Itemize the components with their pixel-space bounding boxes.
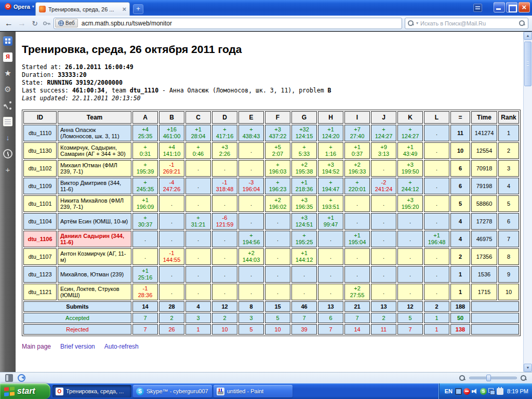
standings-body: dtu_1110Анна Оласюк (Ломоносов, шк. 3, 1… bbox=[23, 125, 519, 335]
address-bar[interactable]: Веб acm.math.spbu.ru/tsweb/monitor bbox=[54, 18, 402, 29]
opera-menu-button[interactable]: O Opera ▾ bbox=[3, 2, 36, 11]
search-engine-icon[interactable] bbox=[408, 20, 414, 26]
scroll-up-icon[interactable]: ▲ bbox=[524, 32, 532, 40]
problem-cell: +10:37 bbox=[344, 142, 370, 159]
summary-value: 2 bbox=[212, 313, 237, 323]
skype-icon[interactable]: S bbox=[480, 388, 487, 395]
zoom-out-icon[interactable] bbox=[459, 375, 466, 381]
solved-count: 6 bbox=[450, 178, 470, 194]
maximize-button[interactable] bbox=[506, 2, 517, 12]
summary-label: Accepted bbox=[23, 313, 131, 323]
problem-cell: . bbox=[424, 142, 449, 159]
zoom-slider-thumb[interactable] bbox=[486, 375, 491, 381]
problem-cell: +1:16 bbox=[318, 142, 343, 159]
bookmarks-icon[interactable]: ★ bbox=[3, 69, 12, 78]
minimize-button[interactable] bbox=[494, 2, 505, 12]
scrollbar-track[interactable] bbox=[524, 40, 532, 364]
problem-cell: +195:39 bbox=[132, 160, 158, 177]
problem-cell: . bbox=[185, 178, 211, 194]
sync-icon[interactable] bbox=[18, 374, 25, 382]
zoom-slider[interactable] bbox=[469, 377, 517, 379]
opera-link-icon[interactable] bbox=[3, 101, 12, 110]
network-icon[interactable] bbox=[488, 388, 495, 395]
summary-empty bbox=[471, 324, 519, 335]
start-button[interactable]: start bbox=[0, 383, 50, 399]
problem-cell: . bbox=[371, 231, 396, 247]
vertical-scrollbar[interactable]: ▲ ▼ bbox=[523, 32, 532, 372]
column-header: Team bbox=[58, 111, 131, 124]
info-line: Started at: 26.10.2011 16:00:49 bbox=[22, 63, 520, 71]
problem-cell: . bbox=[291, 266, 317, 283]
scrollbar-thumb[interactable] bbox=[524, 42, 531, 86]
back-button[interactable]: ← bbox=[4, 18, 14, 29]
problem-cell: +3199:50 bbox=[397, 160, 423, 177]
problem-cell: . bbox=[424, 248, 449, 265]
add-panel-icon[interactable]: + bbox=[3, 165, 12, 175]
taskbar-button[interactable]: OТренировка, среда, ... bbox=[52, 385, 131, 397]
column-header: I bbox=[344, 111, 370, 124]
problem-cell: +3194:52 bbox=[318, 160, 343, 177]
team-name: Антон Козмирчук (АГ, 11-м) bbox=[58, 248, 131, 265]
zoom-in-icon[interactable] bbox=[521, 375, 527, 381]
team-name: Михаил Ютман (ФМЛ 239, 7-1) bbox=[58, 160, 131, 177]
status-bar bbox=[0, 372, 532, 383]
problem-cell: . bbox=[159, 231, 184, 247]
forward-button[interactable]: → bbox=[17, 18, 27, 29]
footer-link[interactable]: Auto-refresh bbox=[104, 343, 139, 350]
history-icon[interactable] bbox=[3, 149, 12, 158]
summary-value: 13 bbox=[371, 301, 396, 312]
search-go-icon[interactable] bbox=[519, 20, 525, 26]
tab-close-icon[interactable]: × bbox=[122, 6, 126, 12]
summary-total: 138 bbox=[450, 324, 470, 335]
problem-cell: +2196:02 bbox=[265, 195, 290, 212]
alert-icon[interactable] bbox=[463, 388, 470, 395]
panel-toggle-icon[interactable] bbox=[5, 374, 13, 382]
problem-cell: +143:49 bbox=[397, 142, 423, 159]
team-id: dtu_1104 bbox=[23, 213, 57, 230]
summary-row: Rejected726110510397141171138 bbox=[23, 324, 519, 335]
search-engine-dropdown-icon[interactable]: ▾ bbox=[416, 21, 418, 25]
penalty-time: 141274 bbox=[471, 125, 497, 141]
tab-list-icon[interactable] bbox=[473, 4, 482, 12]
language-indicator[interactable]: EN bbox=[444, 388, 454, 394]
taskbar-button[interactable]: SSkype™ - cyberguru007 bbox=[133, 385, 212, 397]
monitor-icon[interactable] bbox=[455, 388, 462, 395]
problem-cell: . bbox=[344, 213, 370, 230]
reload-button[interactable]: ↻ bbox=[30, 18, 40, 29]
paint-icon bbox=[217, 388, 224, 395]
close-button[interactable] bbox=[518, 2, 530, 12]
column-header: K bbox=[397, 111, 423, 124]
speed-dial-icon[interactable] bbox=[3, 36, 12, 46]
browser-tab[interactable]: Тренировка, среда, 26 ... × bbox=[35, 2, 130, 16]
scroll-down-icon[interactable]: ▼ bbox=[524, 364, 532, 372]
problem-cell: . bbox=[212, 231, 237, 247]
notes-icon[interactable] bbox=[3, 117, 12, 126]
summary-value: 7 bbox=[132, 324, 158, 335]
taskbar-button[interactable]: untitled - Paint bbox=[214, 385, 292, 397]
downloads-icon[interactable]: ↓ bbox=[3, 133, 12, 142]
new-tab-button[interactable]: + bbox=[133, 4, 143, 14]
penalty-time: 1715 bbox=[471, 284, 497, 300]
problem-cell: +16461:00 bbox=[159, 125, 184, 141]
search-input[interactable] bbox=[420, 20, 517, 26]
problem-cell: +727:40 bbox=[344, 125, 370, 141]
footer-link[interactable]: Main page bbox=[22, 343, 51, 350]
address-scheme-chip[interactable]: Веб bbox=[55, 19, 78, 28]
tray-icons: S bbox=[455, 388, 503, 395]
taskbar-clock: 8:19 PM bbox=[505, 388, 528, 394]
problem-cell: +32:26 bbox=[212, 142, 237, 159]
summary-value: 12 bbox=[212, 301, 237, 312]
widgets-icon[interactable]: ⚙ bbox=[3, 85, 12, 94]
wand-key-icon[interactable] bbox=[43, 19, 51, 28]
footer-link[interactable]: Brief version bbox=[60, 343, 95, 350]
summary-value: 2 bbox=[424, 301, 449, 312]
browser-toolbar: ← → ↻ Веб acm.math.spbu.ru/tsweb/monitor… bbox=[0, 16, 532, 31]
skype-icon: S bbox=[136, 388, 144, 395]
search-box[interactable]: ▾ bbox=[405, 18, 528, 29]
yandex-icon[interactable]: Я bbox=[3, 52, 12, 62]
power-icon[interactable] bbox=[497, 388, 503, 395]
problem-cell: +128:04 bbox=[185, 125, 211, 141]
page-title: Тренировка, среда, 26 октября 2011 года bbox=[22, 43, 520, 56]
volume-icon[interactable] bbox=[472, 388, 478, 395]
summary-value: 7 bbox=[291, 313, 317, 323]
